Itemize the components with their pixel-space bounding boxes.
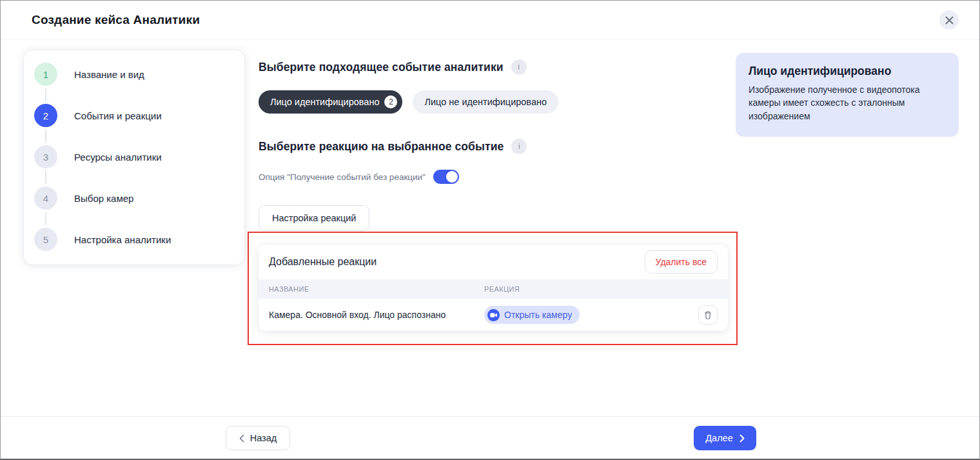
event-section-header: Выберите подходящее событие аналитики i	[259, 59, 739, 75]
column-header-name: НАЗВАНИЕ	[269, 285, 484, 293]
info-icon[interactable]: i	[511, 59, 527, 75]
no-reaction-toggle[interactable]	[433, 170, 459, 184]
reactions-table-header: НАЗВАНИЕ РЕАКЦИЯ	[259, 279, 728, 299]
chevron-right-icon	[740, 434, 745, 443]
step-number-badge: 3	[34, 145, 57, 168]
back-button-label: Назад	[250, 433, 277, 443]
step-connector-line	[45, 212, 46, 225]
info-icon[interactable]: i	[511, 139, 527, 154]
close-button[interactable]	[939, 10, 959, 30]
step-number-badge: 4	[34, 186, 57, 210]
added-reactions-header: Добавленные реакции Удалить все	[259, 245, 728, 279]
event-section-title: Выберите подходящее событие аналитики	[259, 61, 504, 74]
chip-count-badge: 2	[384, 95, 397, 108]
reaction-section-header: Выберите реакцию на выбранное событие i	[259, 139, 739, 154]
camera-icon	[487, 309, 500, 321]
event-info-panel: Лицо идентифицировано Изображение получе…	[736, 53, 959, 137]
event-chips: Лицо идентифицировано 2 Лицо не идентифи…	[259, 90, 739, 114]
event-info-description: Изображение полученное с видеопотока кам…	[749, 83, 936, 123]
trash-icon	[703, 310, 712, 320]
step-label: События и реакции	[74, 110, 162, 121]
added-reactions-card: Добавленные реакции Удалить все НАЗВАНИЕ…	[259, 245, 728, 331]
step-label: Ресурсы аналитики	[74, 152, 162, 163]
next-button[interactable]: Далее	[694, 426, 756, 450]
step-label: Настройка аналитики	[74, 234, 171, 245]
main-column: Выберите подходящее событие аналитики i …	[259, 59, 739, 231]
configure-reactions-button[interactable]: Настройка реакций	[259, 205, 369, 231]
reaction-pill-label: Открыть камеру	[504, 310, 572, 320]
stepper-step-analytics-settings[interactable]: 5 Настройка аналитики	[34, 228, 234, 251]
modal-create-analytics-case: Создание кейса Аналитики 1 Название и ви…	[0, 0, 980, 460]
added-reactions-title: Добавленные реакции	[269, 256, 377, 268]
close-icon	[945, 16, 954, 25]
next-button-label: Далее	[705, 433, 732, 443]
stepper-step-events-and-reactions[interactable]: 2 События и реакции	[34, 104, 234, 127]
chip-face-not-identified[interactable]: Лицо не идентифицировано	[413, 90, 558, 114]
back-button[interactable]: Назад	[226, 426, 290, 450]
delete-all-button[interactable]: Удалить все	[645, 250, 718, 274]
step-number-badge: 5	[34, 228, 57, 251]
toggle-label: Опция "Получение событий без реакции"	[259, 172, 426, 182]
step-number-badge: 1	[34, 63, 57, 86]
reaction-pill-open-camera[interactable]: Открыть камеру	[484, 306, 580, 324]
column-header-reaction: РЕАКЦИЯ	[484, 285, 679, 293]
no-reaction-option-row: Опция "Получение событий без реакции"	[259, 170, 739, 184]
reaction-row-name: Камера. Основной вход. Лицо распознано	[269, 310, 484, 320]
chip-label: Лицо не идентифицировано	[424, 97, 547, 107]
step-label: Название и вид	[74, 69, 144, 80]
reaction-section-title: Выберите реакцию на выбранное событие	[259, 140, 504, 154]
delete-row-button[interactable]	[698, 305, 718, 325]
stepper-step-analytics-resources[interactable]: 3 Ресурсы аналитики	[34, 145, 234, 168]
modal-footer: Назад Далее	[1, 416, 979, 459]
chevron-left-icon	[239, 434, 244, 443]
step-label: Выбор камер	[74, 193, 133, 204]
stepper-step-name-and-type[interactable]: 1 Название и вид	[34, 63, 234, 86]
step-connector-line	[45, 130, 46, 143]
event-info-title: Лицо идентифицировано	[749, 65, 946, 78]
toggle-knob	[446, 171, 458, 183]
step-connector-line	[45, 88, 46, 101]
page-title: Создание кейса Аналитики	[32, 13, 200, 27]
chip-label: Лицо идентифицировано	[270, 97, 379, 107]
stepper-step-camera-selection[interactable]: 4 Выбор камер	[34, 186, 234, 210]
chip-face-identified[interactable]: Лицо идентифицировано 2	[259, 90, 402, 114]
step-connector-line	[45, 171, 46, 184]
table-row: Камера. Основной вход. Лицо распознано О…	[259, 299, 728, 331]
modal-header: Создание кейса Аналитики	[1, 1, 979, 40]
modal-body: 1 Название и вид 2 События и реакции 3 Р…	[1, 40, 979, 416]
step-number-badge: 2	[34, 104, 57, 127]
wizard-stepper: 1 Название и вид 2 События и реакции 3 Р…	[24, 50, 244, 265]
